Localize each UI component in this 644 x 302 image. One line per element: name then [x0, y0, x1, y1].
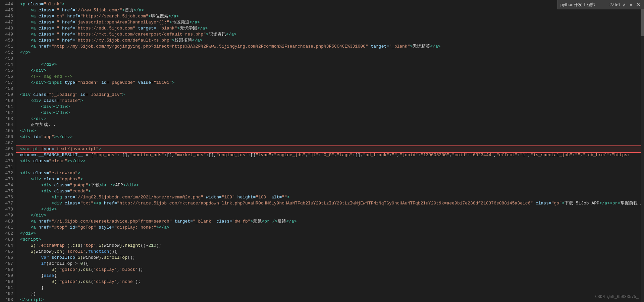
code-line-474: <div class="goApp">下载<br />APP</div>: [16, 182, 644, 188]
ln-487: 487: [4, 261, 13, 267]
code-line-464: 正在加载...: [16, 122, 644, 128]
watermark: CSDN @m0_65833575_: [595, 295, 639, 299]
code-line-475: <div class="ecode">: [16, 188, 644, 194]
code-line-481: <a href="#top" id="goTop" style="display…: [16, 225, 644, 231]
ln-452: 452: [4, 50, 13, 56]
code-line-467: [16, 140, 644, 146]
code-line-456: <!-- nag end -->: [16, 74, 644, 80]
code-line-483: <script>: [16, 237, 644, 243]
ln-472: 472: [4, 170, 13, 176]
ln-478: 478: [4, 206, 13, 213]
ln-461: 461: [4, 104, 13, 110]
code-line-447: <a class="" href="javascript:openAreaCha…: [16, 19, 644, 25]
code-line-493: </script>: [16, 297, 644, 302]
ln-468: 468: [4, 146, 13, 152]
ln-475: 475: [4, 188, 13, 194]
code-line-446: <a class="on" href="https://search.51job…: [16, 13, 644, 19]
search-next-button[interactable]: ∨: [629, 2, 633, 7]
code-line-463: </div>: [16, 116, 644, 122]
code-line-455: </div>: [16, 68, 644, 74]
code-editor: 444 445 446 447 448 449 450 451 452 453 …: [0, 0, 644, 302]
code-line-459: <div class="j_loading" id="loading_div">: [16, 92, 644, 98]
ln-457: 457: [4, 80, 13, 86]
ln-450: 450: [4, 38, 13, 44]
code-line-449: <a class="" href="https://mkt.51job.com/…: [16, 32, 644, 38]
ln-488: 488: [4, 267, 13, 273]
ln-459: 459: [4, 92, 13, 98]
code-content[interactable]: <p class="nlink"> <a class="" href="//ww…: [16, 0, 644, 302]
ln-455: 455: [4, 68, 13, 74]
code-line-478: </div>: [16, 206, 644, 213]
code-line-461: <div></div>: [16, 104, 644, 110]
ln-490: 490: [4, 279, 13, 285]
ln-481: 481: [4, 225, 13, 231]
ln-466: 466: [4, 134, 13, 140]
ln-476: 476: [4, 194, 13, 200]
ln-444: 444: [4, 1, 13, 7]
code-line-444: <p class="nlink">: [16, 1, 644, 7]
code-line-451: <a href="http://my.51job.com/my/gojingyi…: [16, 44, 644, 50]
code-line-470: <div class="clear"></div>: [16, 158, 644, 164]
code-line-458: [16, 86, 644, 92]
right-scrollbar[interactable]: [641, 9, 644, 302]
ln-458: 458: [4, 86, 13, 92]
code-line-452: </p>: [16, 50, 644, 56]
ln-465: 465: [4, 128, 13, 134]
code-line-476: <img src="//img02.51jobcdn.com/im/2021/h…: [16, 194, 644, 200]
line-numbers: 444 445 446 447 448 449 450 451 452 453 …: [0, 0, 16, 302]
ln-482: 482: [4, 231, 13, 237]
ln-477: 477: [4, 200, 13, 206]
ln-460: 460: [4, 98, 13, 104]
ln-492: 492: [4, 291, 13, 297]
code-line-484: $('.extraWrap').css('top',$(window).heig…: [16, 243, 644, 249]
ln-462: 462: [4, 110, 13, 116]
code-line-465: </div>: [16, 128, 644, 134]
ln-453: 453: [4, 56, 13, 62]
code-line-491: }: [16, 285, 644, 291]
ln-463: 463: [4, 116, 13, 122]
ln-454: 454: [4, 62, 13, 68]
code-line-453: [16, 56, 644, 62]
code-line-472: <div class="extraWrap">: [16, 170, 644, 176]
code-line-454: </div>: [16, 62, 644, 68]
search-count: 2/56: [609, 2, 620, 7]
search-input[interactable]: [560, 2, 607, 7]
ln-484: 484: [4, 243, 13, 249]
ln-474: 474: [4, 182, 13, 188]
ln-456: 456: [4, 74, 13, 80]
ln-448: 448: [4, 25, 13, 32]
search-close-button[interactable]: ✕: [635, 2, 641, 7]
code-line-482: </div>: [16, 231, 644, 237]
code-line-486: var scrollTop=$(window).scrollTop();: [16, 255, 644, 261]
ln-489: 489: [4, 273, 13, 279]
ln-449: 449: [4, 32, 13, 38]
code-line-480: <a href="//i.51job.com/userset/advice.ph…: [16, 219, 644, 225]
ln-485: 485: [4, 249, 13, 255]
ln-445: 445: [4, 7, 13, 13]
ln-491: 491: [4, 285, 13, 291]
ln-473: 473: [4, 176, 13, 182]
code-line-466: <div id="app"></div>: [16, 134, 644, 140]
ln-464: 464: [4, 122, 13, 128]
code-line-468: <script type="text/javascript">: [16, 146, 644, 152]
code-line-479: </div>: [16, 213, 644, 219]
code-line-469: window.__SEARCH_RESULT__ = {"top_ads": […: [16, 152, 644, 158]
code-line-473: <div class="appbox">: [16, 176, 644, 182]
ln-470: 470: [4, 158, 13, 164]
code-line-457: </div><input type="hidden" id="pageCode"…: [16, 80, 644, 86]
search-prev-button[interactable]: ∧: [622, 2, 627, 7]
code-line-471: [16, 164, 644, 170]
search-bar: 2/56 ∧ ∨ ✕: [557, 0, 644, 9]
ln-469: 469: [4, 152, 13, 158]
code-line-488: $('#goTop').css('display','block');: [16, 267, 644, 273]
ln-486: 486: [4, 255, 13, 261]
code-line-492: }): [16, 291, 644, 297]
right-scrollbar-thumb[interactable]: [641, 9, 644, 36]
code-line-477: <div class="txt"><a href="http://trace.5…: [16, 200, 644, 206]
code-line-448: <a class="" href="https://edu.51job.com"…: [16, 25, 644, 32]
ln-467: 467: [4, 140, 13, 146]
ln-479: 479: [4, 213, 13, 219]
code-line-462: <div></div>: [16, 110, 644, 116]
code-line-445: <a class="" href="//www.51job.com/">首页</…: [16, 7, 644, 13]
ln-483: 483: [4, 237, 13, 243]
